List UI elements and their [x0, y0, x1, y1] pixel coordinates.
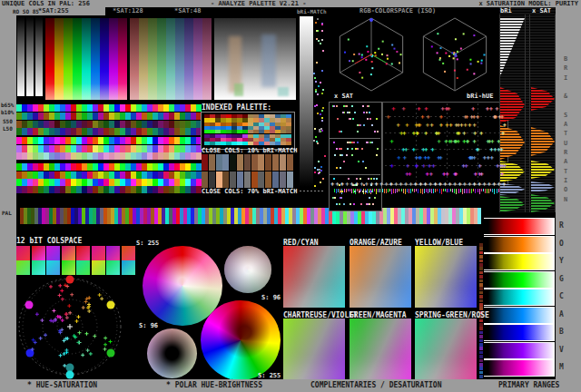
bri-sat-side-label-char: U [564, 141, 567, 147]
hue-tick [420, 189, 421, 193]
xsat-dot [371, 124, 373, 126]
sat-axis-plus: + [330, 181, 334, 188]
bri-hue-plus: + [391, 106, 395, 113]
bri-hue-plus: + [448, 139, 451, 145]
bri-hue-plus: + [463, 122, 467, 129]
colspace-tile [92, 260, 105, 275]
comp-square-label: GREEN/MAGENTA [350, 312, 407, 319]
bri-hue-plus: + [439, 122, 443, 129]
xsat-dot [339, 131, 340, 132]
comp-square-label: ORANGE/AZURE [350, 240, 402, 247]
hue-tick [397, 189, 398, 192]
colspace-tile [46, 246, 60, 260]
hue-tick [448, 189, 449, 192]
hue-tick [350, 189, 350, 191]
bri-match-mark [320, 166, 322, 168]
bri-sat-side-label-char: A [564, 122, 567, 128]
sat255-tab[interactable]: *SAT:255 [38, 8, 69, 15]
xsat-dot [347, 148, 349, 150]
hue-tick [464, 189, 465, 193]
bri-match-mark [315, 91, 317, 93]
side-swatch-cell [479, 271, 483, 275]
bri-match-mark [324, 155, 326, 157]
xsat-dot [336, 105, 338, 107]
hue-tick [416, 189, 417, 191]
sat-axis-plus: + [335, 181, 339, 188]
close-cols-10-swatch [287, 154, 293, 171]
analyze-palette-app: UNIQUE COLS IN PAL: 256 - ANALYZE PALETT… [0, 0, 581, 392]
bri-hue-plus: + [468, 155, 472, 162]
side-swatch-cell [479, 335, 483, 338]
polar-s255-label-2: S: 255 [258, 373, 281, 379]
bri-hue-plus: + [438, 155, 442, 162]
close-cols-10-swatch [265, 154, 271, 171]
sat48-tab[interactable]: *SAT:48 [174, 8, 202, 15]
side-swatch-cell [479, 279, 483, 283]
xsat-dot [372, 203, 374, 205]
close-cols-10-swatch [216, 154, 222, 171]
bri-match-mark [320, 181, 321, 183]
xsat-dot [343, 105, 345, 107]
xsat-dot [337, 118, 339, 120]
hue-tick [403, 189, 404, 193]
bri-match-mark [317, 18, 319, 20]
sat-axis-plus: + [478, 181, 481, 188]
colspace-tile [16, 246, 30, 260]
side-swatch-cell [479, 260, 483, 263]
bri-hue-plus: + [483, 155, 487, 162]
bri-match-mark [320, 128, 322, 130]
bri-match-mark [315, 136, 317, 138]
xsat-dot [342, 112, 344, 113]
sat-axis-plus: + [438, 181, 442, 188]
primary-range-row-label: G [559, 276, 564, 283]
colspace-tile [76, 246, 90, 260]
sat-axis-plus: + [340, 181, 344, 188]
bri-match-mark [321, 117, 323, 119]
bri-hue-plus: + [422, 163, 426, 170]
side-swatch-cell [479, 295, 483, 299]
bri-hue-plus: + [429, 172, 433, 178]
hue-tick [468, 189, 468, 193]
xsat-dot [367, 203, 369, 205]
bri-hue-plus: + [455, 122, 458, 129]
xsat-dot [377, 148, 379, 150]
close-cols-70-swatch [222, 172, 229, 188]
bri-match-mark [320, 113, 321, 115]
hue-tick [485, 189, 486, 193]
b65-label: b65% [1, 103, 14, 108]
hue-tick [478, 189, 478, 192]
xsat-dot [332, 197, 334, 199]
sat-axis-plus: + [453, 181, 457, 188]
comp-square-label: SPRING-GREEN/ROSE [415, 312, 489, 319]
bri-hue-plus: + [442, 172, 446, 178]
bri-hue-plus: + [390, 163, 394, 170]
sat-axis-plus: + [458, 181, 461, 188]
sat-axis-plus: + [355, 181, 359, 188]
bri-hue-plus: + [499, 147, 503, 153]
sat128-tab[interactable]: *SAT:128 [113, 8, 143, 15]
xsat-dot [374, 197, 376, 199]
side-swatch-cell [479, 319, 483, 323]
xsat-dot [334, 154, 336, 156]
close-cols-10-swatch [272, 154, 279, 171]
side-swatch-cell [479, 355, 483, 358]
hue-tick [374, 189, 375, 191]
bri-match-mark [314, 105, 316, 107]
xsat-panel-divider [329, 138, 380, 139]
bri-match-mark [322, 50, 324, 52]
xsat-dot [361, 148, 363, 150]
xsat-dot [377, 131, 379, 132]
xsat-dot [365, 191, 367, 192]
sat48-blob [278, 87, 289, 96]
bri-hue-plus: + [430, 122, 434, 129]
grayscale-ramp-column [35, 16, 43, 96]
bri-hue-plus: + [486, 139, 489, 145]
bri-hue-plus: + [397, 122, 400, 129]
sat-axis-plus: + [375, 181, 379, 188]
comp-square [283, 246, 345, 308]
polar-s255-label-1: S: 255 [136, 240, 159, 247]
side-swatch-cell [479, 339, 483, 343]
side-swatch-cell [479, 251, 483, 255]
close-cols-10-swatch [202, 154, 208, 171]
bri-sat-side-label-char: N [564, 197, 567, 203]
